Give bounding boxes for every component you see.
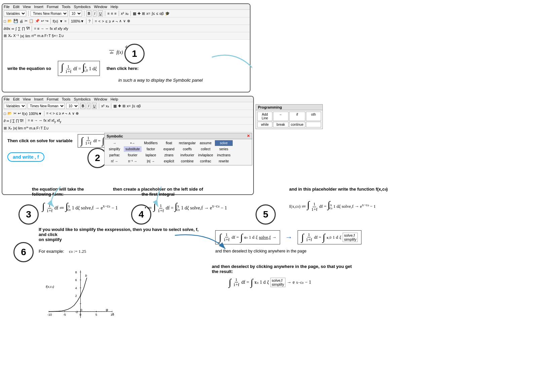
b-greek-icons[interactable]: ∂ ∞ ∫ ∑ ∏ ∇f <box>4 119 24 123</box>
and-icon[interactable]: ∧ <box>119 19 122 23</box>
b-variables-select[interactable]: Variables <box>4 103 26 109</box>
b-grid-icon[interactable]: ⊞ <box>122 104 125 108</box>
b-menu-tools[interactable]: Tools <box>62 97 71 101</box>
b-open-icon[interactable]: 📂 <box>7 111 12 116</box>
b-zoom[interactable]: 100%▼ <box>29 112 42 116</box>
sym-invztrans[interactable]: invztrans <box>215 152 233 158</box>
less-icon[interactable]: = <box>95 19 97 23</box>
italic-btn[interactable]: I <box>93 10 97 16</box>
question-icon[interactable]: ? <box>88 19 90 23</box>
prog-addline[interactable]: Add Line <box>257 112 272 121</box>
redo-icon[interactable]: ↪ <box>45 19 48 23</box>
sym-collect[interactable]: collect <box>197 146 215 152</box>
b-sub-icon[interactable]: x₂ <box>106 104 109 108</box>
sym-fourier[interactable]: fourier <box>124 152 142 158</box>
xinv-icon[interactable]: X⁻¹ <box>13 34 19 38</box>
font-size-select[interactable]: 10 <box>69 10 82 16</box>
nabla-icon[interactable]: ∇f <box>26 26 30 31</box>
b-matrix2-icon[interactable]: ⊞ <box>4 126 7 130</box>
sym-float[interactable]: float <box>160 140 178 146</box>
sym-coeffs[interactable]: coeffs <box>178 146 196 152</box>
le-icon[interactable]: ≤ <box>105 19 107 23</box>
sym-combine[interactable]: combine <box>178 158 196 164</box>
b-fx-icon[interactable]: f(x) <box>22 112 28 116</box>
sym-simplify[interactable]: simplify <box>106 146 123 152</box>
save-icon[interactable]: 💾 <box>13 19 18 23</box>
sym-invlaplace[interactable]: invlaplace <box>197 152 215 158</box>
matrix2-icon[interactable]: ⊞ <box>4 34 7 38</box>
infty-icon[interactable]: ∞ <box>11 27 14 31</box>
fx-icon[interactable]: f(x) <box>53 19 58 23</box>
cut-icon[interactable]: ✂ <box>25 19 28 23</box>
copy-icon[interactable]: 📋 <box>29 19 34 23</box>
prog-while[interactable]: while <box>257 122 272 127</box>
sym-rewrite[interactable]: rewrite <box>215 158 233 164</box>
plus-icon[interactable]: ✚ <box>138 11 141 16</box>
sym-laplace[interactable]: laplace <box>142 152 160 158</box>
matrix-icon[interactable]: ▦ <box>133 11 136 16</box>
sym-dot-arrow[interactable]: •→ <box>124 140 142 146</box>
b-menu-window[interactable]: Window <box>94 97 107 101</box>
new-icon[interactable]: □ <box>4 19 6 23</box>
b-menu-insert[interactable]: Insert <box>34 97 43 101</box>
lt-icon[interactable]: < <box>98 19 100 23</box>
deriv2-icon[interactable]: nᵗʰ <box>32 34 36 38</box>
calc2-icon[interactable]: ▼ <box>60 19 63 23</box>
b-menu-view[interactable]: View <box>23 97 31 101</box>
b-menu-format[interactable]: Format <box>47 97 59 101</box>
sym-ztrans[interactable]: ztrans <box>160 152 178 158</box>
abs-icon[interactable]: |x| <box>20 34 24 38</box>
font-name-select[interactable]: Times New Roman <box>31 10 68 16</box>
b-menu-symbolics[interactable]: Symbolics <box>74 97 90 101</box>
b-new-icon[interactable]: □ <box>4 112 6 116</box>
b-rel-icons[interactable]: = < > ≤ ≥ ≠ ¬ ∧ ∨ ⊕ <box>46 111 79 116</box>
underline-btn[interactable]: U <box>98 10 103 16</box>
sym-invfourier[interactable]: invfourier <box>178 152 196 158</box>
sym-factor[interactable]: factor <box>142 146 160 152</box>
prog-if[interactable]: if <box>289 112 305 121</box>
sym-confrac[interactable]: confrac <box>197 158 215 164</box>
prog-break[interactable]: break <box>273 122 288 127</box>
undo-icon[interactable]: ↩ <box>41 19 44 23</box>
ne-icon[interactable]: ≠ <box>112 19 114 23</box>
b-italic[interactable]: I <box>87 103 90 109</box>
eval-icon[interactable]: ≤ <box>156 11 158 15</box>
prog-oth[interactable]: oth <box>306 112 321 121</box>
sym-parfrac[interactable]: parfrac <box>106 152 123 158</box>
menu-tools[interactable]: Tools <box>62 5 71 9</box>
integral2-icon[interactable]: ∫ <box>15 27 16 31</box>
bold-btn[interactable]: B <box>86 10 91 16</box>
not-icon[interactable]: ¬ <box>115 19 117 23</box>
align-right-icon[interactable]: ≡ <box>114 11 116 15</box>
b-arrow-icons[interactable]: = ≡ → ↔ fx xf xfy xfy <box>28 118 62 123</box>
equals-icon[interactable]: = <box>64 19 66 23</box>
menu-file[interactable]: File <box>4 5 10 9</box>
sym-explicit[interactable]: explicit <box>160 158 178 164</box>
menu-view[interactable]: View <box>23 5 31 9</box>
sym-expand[interactable]: expand <box>160 146 178 152</box>
b-misc[interactable]: |x| lim nᵗʰ m.a F↑T Σ∪ <box>13 126 49 130</box>
grid-icon[interactable]: ⊞ <box>142 11 145 16</box>
paste-icon[interactable]: 📌 <box>35 19 40 23</box>
b-menu-file[interactable]: File <box>4 97 10 101</box>
b-font-select[interactable]: Times New Roman <box>28 103 65 109</box>
align-center-icon[interactable]: ≡ <box>111 11 113 15</box>
sym-nabs[interactable]: |n| → <box>142 158 160 164</box>
b-eq-icon[interactable]: x= <box>127 104 131 108</box>
menu-symbolics[interactable]: Symbolics <box>74 5 90 9</box>
superscript-icon[interactable]: x² <box>121 11 124 15</box>
prod-icon[interactable]: ∏ <box>22 27 25 31</box>
open-icon[interactable]: 📂 <box>7 19 12 23</box>
b-undo-icon[interactable]: ↩ <box>18 111 21 116</box>
gt-icon[interactable]: > <box>102 19 104 23</box>
align-left-icon[interactable]: ≡ <box>107 11 109 15</box>
menu-insert[interactable]: Insert <box>34 5 43 9</box>
sym-arrow[interactable]: → <box>106 140 123 146</box>
hat-icon[interactable]: 🎓 <box>165 11 170 16</box>
menu-format[interactable]: Format <box>47 5 59 9</box>
sym-ninv[interactable]: n⁻¹ → <box>124 158 142 164</box>
b-calc-icon[interactable]: ∫≤ <box>132 104 135 108</box>
b-matrix-icon[interactable]: ▦ <box>113 104 117 108</box>
alpha-icon[interactable]: αβ <box>159 11 164 15</box>
calc-icon[interactable]: ∫≤ <box>152 11 155 15</box>
